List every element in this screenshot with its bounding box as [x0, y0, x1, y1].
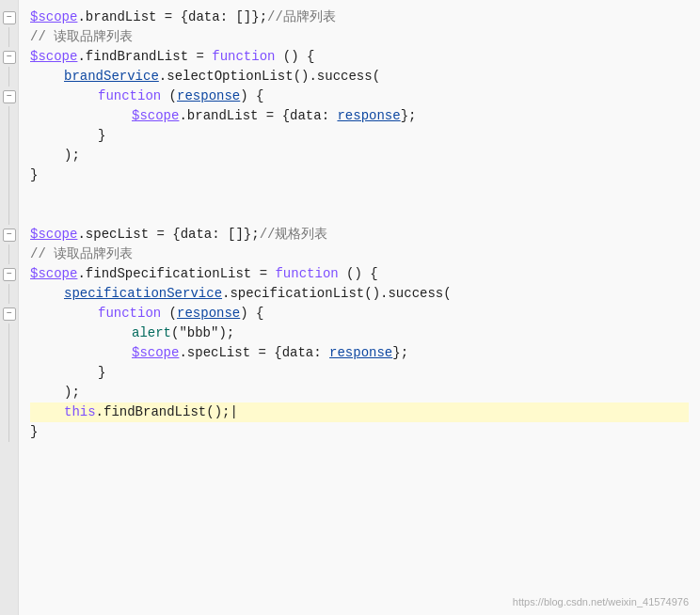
gutter-item	[0, 185, 18, 205]
code-token: };	[392, 343, 408, 363]
fold-icon[interactable]: −	[3, 51, 16, 64]
code-content[interactable]: $scope.brandList = {data: []};//品牌列表// 读…	[19, 0, 700, 615]
code-token: //规格列表	[260, 225, 328, 244]
code-token: () {	[339, 264, 378, 284]
code-line	[30, 205, 689, 225]
code-line: }	[30, 363, 689, 383]
code-token: .specList = {data:	[179, 343, 329, 363]
code-token: );	[64, 146, 80, 166]
watermark: https://blog.csdn.net/weixin_41574976	[513, 596, 689, 607]
gutter-item	[0, 67, 18, 87]
code-token: .findBrandList();	[96, 402, 231, 422]
code-token: ) {	[240, 304, 263, 323]
gutter-item: −	[0, 264, 18, 284]
code-token: response	[337, 106, 400, 126]
code-line: $scope.specList = {data: []};//规格列表	[30, 225, 689, 244]
code-token: function	[212, 47, 275, 67]
code-line: // 读取品牌列表	[30, 27, 689, 47]
code-token: .brandList = {data: []};	[77, 8, 267, 27]
gutter-item	[0, 402, 18, 422]
fold-icon[interactable]: −	[3, 268, 16, 281]
code-line: $scope.brandList = {data: []};//品牌列表	[30, 8, 689, 27]
code-token: $scope	[132, 106, 179, 126]
code-line: }	[30, 166, 689, 185]
code-token: }	[30, 166, 38, 185]
code-token: }	[98, 126, 105, 146]
code-token: |	[230, 402, 237, 422]
gutter-item: −	[0, 225, 18, 244]
code-line: this.findBrandList();|	[30, 402, 689, 422]
code-token: ) {	[240, 87, 263, 106]
code-token: $scope	[30, 8, 77, 27]
code-token: alert	[132, 323, 171, 343]
left-gutter: −−−−−−	[0, 0, 19, 615]
code-token: function	[275, 264, 338, 284]
gutter-item	[0, 323, 18, 343]
code-token: $scope	[30, 47, 77, 67]
gutter-item	[0, 146, 18, 166]
code-token: brandService	[64, 67, 159, 87]
code-line: $scope.findBrandList = function () {	[30, 47, 689, 67]
code-token: function	[98, 304, 161, 323]
fold-icon[interactable]: −	[3, 11, 16, 24]
gutter-item: −	[0, 304, 18, 323]
code-token: .findBrandList =	[77, 47, 212, 67]
code-line: // 读取品牌列表	[30, 244, 689, 264]
code-token: $scope	[30, 225, 77, 244]
code-token: (	[161, 304, 177, 323]
code-line: function (response) {	[30, 304, 689, 323]
code-token: .selectOptionList().success(	[159, 67, 380, 87]
fold-line	[8, 383, 9, 402]
fold-line	[8, 106, 9, 126]
code-line: }	[30, 126, 689, 146]
code-token: $scope	[30, 264, 77, 284]
fold-line	[8, 166, 9, 185]
code-line: function (response) {	[30, 87, 689, 106]
fold-line	[8, 323, 9, 343]
code-token: specificationService	[64, 284, 222, 304]
gutter-item	[0, 363, 18, 383]
fold-icon[interactable]: −	[3, 90, 16, 103]
code-line: );	[30, 383, 689, 402]
code-line: specificationService.specificationList()…	[30, 284, 689, 304]
gutter-item	[0, 244, 18, 264]
fold-line	[8, 343, 9, 363]
editor-container: −−−−−− $scope.brandList = {data: []};//品…	[0, 0, 700, 615]
code-line: $scope.brandList = {data: response};	[30, 106, 689, 126]
code-token: $scope	[132, 343, 179, 363]
fold-icon[interactable]: −	[3, 229, 16, 242]
code-token: // 读取品牌列表	[30, 27, 133, 47]
fold-line	[8, 244, 9, 264]
code-line	[30, 185, 689, 205]
code-line: alert("bbb");	[30, 323, 689, 343]
code-token: );	[64, 383, 80, 402]
code-token: //品牌列表	[267, 8, 336, 27]
gutter-item	[0, 27, 18, 47]
code-token: .specificationList().success(	[222, 284, 452, 304]
code-token: response	[177, 304, 240, 323]
fold-line	[8, 363, 9, 383]
fold-line	[8, 185, 9, 205]
code-token: response	[329, 343, 392, 363]
fold-line	[8, 27, 9, 47]
fold-line	[8, 146, 9, 166]
code-token: .brandList = {data:	[179, 106, 337, 126]
gutter-item: −	[0, 8, 18, 27]
code-token: }	[30, 422, 38, 442]
fold-line	[8, 402, 9, 422]
code-token: (	[161, 87, 177, 106]
gutter-item: −	[0, 47, 18, 67]
code-token: this	[64, 402, 96, 422]
code-line: );	[30, 146, 689, 166]
code-token: ("bbb");	[171, 323, 234, 343]
code-token: }	[98, 363, 105, 383]
fold-icon[interactable]: −	[3, 308, 16, 321]
fold-line	[8, 284, 9, 304]
gutter-item	[0, 284, 18, 304]
code-line: brandService.selectOptionList().success(	[30, 67, 689, 87]
fold-line	[8, 422, 9, 442]
code-line: $scope.specList = {data: response};	[30, 343, 689, 363]
gutter-item: −	[0, 87, 18, 106]
gutter-item	[0, 126, 18, 146]
code-token: .findSpecificationList =	[77, 264, 275, 284]
